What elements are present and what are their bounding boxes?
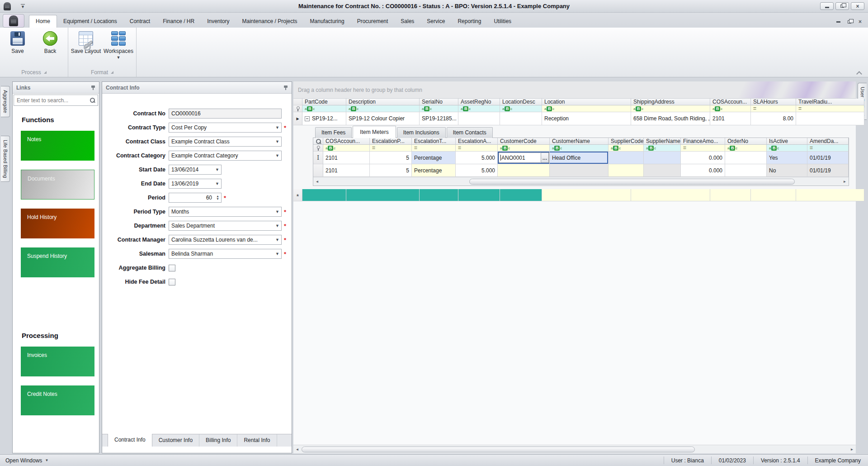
column-header-partcode[interactable]: PartCode — [302, 99, 346, 105]
scroll-left-icon[interactable]: ◄ — [313, 180, 321, 184]
ribbon-tab-home[interactable]: Home — [29, 15, 57, 28]
cell-customercode[interactable]: ANO0001… — [498, 152, 550, 164]
detail-horizontal-scrollbar[interactable]: ◄ ► — [313, 177, 849, 185]
column-header-isactive[interactable]: IsActive — [767, 138, 807, 145]
ribbon-tab-manufacturing[interactable]: Manufacturing — [304, 15, 351, 28]
collapse-row-icon[interactable] — [305, 116, 310, 121]
spinner-buttons[interactable]: ▲▼ — [214, 193, 221, 202]
column-header-amendda[interactable]: AmendDa... — [807, 138, 849, 145]
filter-cell-locationdesc[interactable]: aBc — [500, 105, 542, 112]
grid-horizontal-scrollbar[interactable]: ◄ ► — [293, 445, 856, 453]
new-row-cell-assetregno[interactable] — [458, 189, 500, 201]
tab-item-meters[interactable]: Item Meters — [353, 126, 396, 138]
links-search-input[interactable] — [14, 97, 90, 104]
filter-cell-description[interactable]: aBc — [346, 105, 420, 112]
checkbox-hide-fee-detail[interactable] — [169, 279, 175, 285]
mdi-minimize-icon[interactable] — [836, 21, 840, 23]
cell-suppliername[interactable] — [644, 164, 681, 177]
column-header-serialno[interactable]: SerialNo — [420, 99, 458, 105]
field-start-date[interactable]: 13/06/2014▼ — [169, 165, 222, 175]
column-header-escalationt[interactable]: EscalationT... — [412, 138, 456, 145]
new-row-cell-shippingaddress[interactable] — [631, 189, 710, 201]
cell-assetregno[interactable] — [458, 112, 500, 125]
column-header-customercode[interactable]: CustomerCode — [498, 138, 550, 145]
chevron-down-icon[interactable]: ▼ — [274, 137, 281, 146]
field-department[interactable]: Sales Department▼ — [169, 221, 282, 231]
new-row-cell-cosaccoun[interactable] — [710, 189, 751, 201]
minimize-button[interactable] — [820, 2, 834, 10]
filter-cell-orderno[interactable]: aBc — [725, 145, 767, 152]
ribbon-tab-service[interactable]: Service — [420, 15, 451, 28]
cell-customername[interactable]: Head Office — [550, 152, 609, 164]
cell-orderno[interactable] — [725, 152, 767, 164]
link-button-notes[interactable]: Notes — [21, 131, 94, 161]
search-icon[interactable] — [90, 97, 95, 103]
cell-cosaccoun[interactable]: 2101 — [710, 112, 751, 125]
filter-cell-isactive[interactable]: aBc — [767, 145, 807, 152]
filter-cell-assetregno[interactable]: aBc — [458, 105, 500, 112]
cell-isactive[interactable]: No — [767, 164, 807, 177]
field-salesman[interactable]: Belinda Sharman▼ — [169, 249, 282, 259]
cell-cosaccoun[interactable]: 2101 — [323, 164, 370, 177]
filter-cell-suppliername[interactable]: aBc — [644, 145, 681, 152]
cell-partcode[interactable]: SP19-12... — [302, 112, 346, 125]
column-header-assetregno[interactable]: AssetRegNo — [458, 99, 500, 105]
ribbon-button-save[interactable]: Save — [4, 30, 32, 68]
cell-escalationa[interactable]: 5.000 — [456, 152, 498, 164]
filter-cell-serialno[interactable]: aBc — [420, 105, 458, 112]
cell-customername[interactable] — [550, 164, 609, 177]
chevron-down-icon[interactable]: ▼ — [274, 249, 281, 258]
filter-cell-location[interactable]: aBc — [542, 105, 631, 112]
field-end-date[interactable]: 13/06/2019▼ — [169, 179, 222, 189]
scroll-right-icon[interactable]: ► — [841, 180, 849, 184]
field-contract-no[interactable]: CO0000016 — [169, 109, 282, 119]
cell-customercode[interactable] — [498, 164, 550, 177]
collapse-ribbon-icon[interactable] — [856, 71, 862, 74]
ribbon-tab-utilities[interactable]: Utilities — [487, 15, 518, 28]
app-logo-icon[interactable] — [4, 2, 11, 10]
link-button-suspend-history[interactable]: Suspend History — [21, 247, 94, 277]
scrollbar-thumb[interactable] — [302, 447, 695, 452]
chevron-down-icon[interactable]: ▼ — [274, 235, 281, 244]
spin-down-icon[interactable]: ▼ — [216, 198, 219, 200]
scroll-left-icon[interactable]: ◄ — [293, 447, 301, 452]
new-row-cell-serialno[interactable] — [420, 189, 458, 201]
column-header-suppliercode[interactable]: SupplierCode — [609, 138, 644, 145]
cell-locationdesc[interactable] — [500, 112, 542, 125]
filter-cell-amendda[interactable]: = — [807, 145, 849, 152]
tab-customer-info[interactable]: Customer Info — [152, 434, 199, 447]
column-header-financeamo[interactable]: FinanceAmo... — [681, 138, 725, 145]
column-header-escalationp[interactable]: EscalationP... — [370, 138, 412, 145]
cell-shippingaddress[interactable]: 658 Dime Road, South Riding, ,... — [631, 112, 710, 125]
filter-cell-shippingaddress[interactable]: aBc — [631, 105, 710, 112]
tab-item-inclusions[interactable]: Item Inclusions — [397, 127, 446, 138]
ribbon-tab-reporting[interactable]: Reporting — [451, 15, 487, 28]
column-header-cosaccoun[interactable]: COSAccoun... — [710, 99, 751, 105]
quick-access-toolbar-dropdown-icon[interactable]: ▼ — [21, 4, 25, 9]
new-row-cell-locationdesc[interactable] — [500, 189, 542, 201]
group-by-bar[interactable]: Drag a column header here to group by th… — [293, 81, 856, 99]
cell-travelradiu[interactable] — [796, 112, 864, 125]
cell-escalationa[interactable]: 5.000 — [456, 164, 498, 177]
filter-cell-financeamo[interactable]: = — [681, 145, 725, 152]
new-row-cell-travelradiu[interactable] — [796, 189, 864, 201]
ribbon-tab-maintenance-projects[interactable]: Maintenance / Projects — [236, 15, 304, 28]
filter-cell-escalationp[interactable]: = — [370, 145, 412, 152]
filter-cell-travelradiu[interactable]: = — [796, 105, 864, 112]
cell-escalationp[interactable]: 5 — [370, 152, 412, 164]
cell-suppliercode[interactable] — [609, 152, 644, 164]
pin-icon[interactable] — [91, 85, 95, 90]
tab-rental-info[interactable]: Rental Info — [237, 434, 277, 447]
cell-amendda[interactable]: 01/01/19 — [807, 164, 849, 177]
cell-location[interactable]: Reception — [542, 112, 631, 125]
new-row-cell-location[interactable] — [542, 189, 631, 201]
link-button-documents[interactable]: Documents — [21, 170, 94, 200]
application-menu-button[interactable] — [3, 14, 24, 28]
chevron-down-icon[interactable]: ▼ — [274, 151, 281, 160]
ribbon-tab-contract[interactable]: Contract — [123, 15, 156, 28]
open-windows-button[interactable]: Open Windows ▼ — [0, 457, 48, 464]
scrollbar-thumb[interactable] — [469, 179, 795, 185]
column-header-location[interactable]: Location — [542, 99, 631, 105]
link-button-credit-notes[interactable]: Credit Notes — [21, 385, 94, 415]
cell-serialno[interactable]: SP19-12185... — [420, 112, 458, 125]
